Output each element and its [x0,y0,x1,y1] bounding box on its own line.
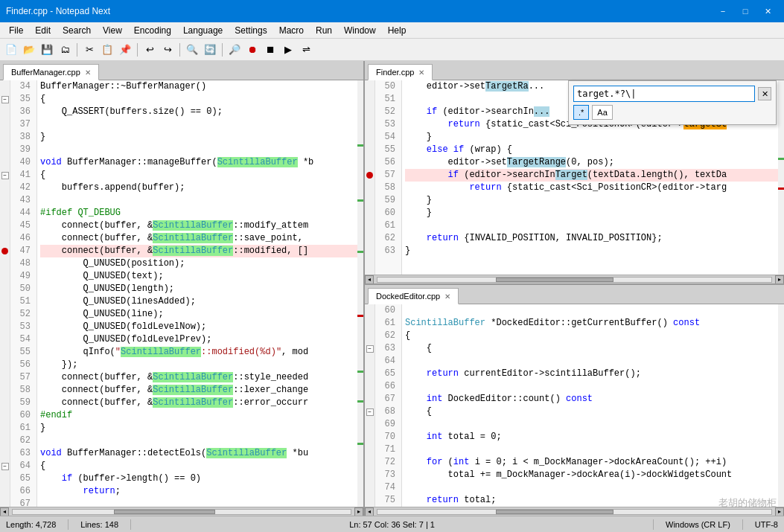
line-41: { [40,169,357,182]
line-44: #ifdef QT_DEBUG [40,207,357,219]
search-regex-button[interactable]: .* [573,105,589,120]
rt-gutter-52 [365,106,375,118]
tab-buffermanager-label: BufferManager.cpp [11,68,80,77]
gutter-62 [0,435,10,447]
menu-edit[interactable]: Edit [29,22,57,38]
menu-help[interactable]: Help [382,22,412,38]
gutter-39 [0,144,10,156]
rb-scroll-right[interactable]: ▸ [775,507,784,516]
gutter-65 [0,472,10,485]
play-button[interactable]: ▶ [280,42,296,58]
search-input[interactable] [573,86,755,102]
line-39 [40,144,357,156]
tab-dockededitor-close[interactable]: ✕ [444,292,450,301]
wrap-button[interactable]: ⇌ [298,42,314,58]
left-scroll-track[interactable] [12,509,351,515]
rt-scroll-right[interactable]: ▸ [775,275,784,284]
rb-line-61: ScintillaBuffer *DockedEditor::getCurren… [405,317,778,330]
tab-buffermanager-close[interactable]: ✕ [85,68,91,77]
rb-gutter-63: − [365,342,375,355]
redo-button[interactable]: ↪ [159,42,176,58]
menu-language[interactable]: Language [177,22,229,38]
right-bottom-code-lines[interactable]: ScintillaBuffer *DockedEditor::getCurren… [402,304,778,507]
undo-button[interactable]: ↩ [141,42,158,58]
rb-gutter-72 [365,456,375,469]
fold-35[interactable]: − [1,96,9,103]
stop-button[interactable]: ⏹ [262,42,278,58]
rb-scroll-track[interactable] [377,509,772,515]
menu-macro[interactable]: Macro [273,22,310,38]
left-scroll-indicator [357,80,363,507]
rb-fold-68[interactable]: − [366,408,374,416]
search-case-button[interactable]: Aa [592,105,612,120]
left-code-scroll[interactable]: − − [0,80,363,507]
find-button[interactable]: 🔍 [184,42,200,58]
gutter-41: − [0,169,10,182]
left-scroll-left[interactable]: ◂ [0,507,9,516]
right-top-line-numbers: 5051525354 5556575859 60616263 [375,80,402,275]
title-bar: Finder.cpp - Notepad Next − □ ✕ [0,0,784,22]
zoom-in-button[interactable]: 🔎 [226,42,243,58]
line-51: Q_UNUSED(linesAdded); [40,295,357,308]
rb-scroll-left[interactable]: ◂ [365,507,374,516]
save-file-button[interactable]: 💾 [39,42,55,58]
menu-search[interactable]: Search [57,22,97,38]
gutter-52 [0,308,10,321]
rb-scroll-thumb[interactable] [496,510,614,514]
menu-settings[interactable]: Settings [229,22,273,38]
right-bottom-h-scrollbar[interactable]: ◂ ▸ [365,507,784,516]
close-button[interactable]: ✕ [757,4,778,19]
rt-scroll-left[interactable]: ◂ [365,275,374,284]
open-file-button[interactable]: 📂 [21,42,37,58]
line-43 [40,194,357,207]
fold-41[interactable]: − [1,172,9,179]
right-bottom-code-scroll[interactable]: − − 6061626 [365,304,784,507]
line-63: void BufferManager::detectEols(Scintilla… [40,447,357,460]
menu-run[interactable]: Run [310,22,338,38]
rb-fold-63[interactable]: − [366,345,374,353]
search-clear-button[interactable]: ✕ [758,87,771,100]
rb-line-64 [405,355,778,368]
rb-gutter-65 [365,368,375,380]
left-scroll-right[interactable]: ▸ [354,507,363,516]
new-file-button[interactable]: 📄 [3,42,19,58]
paste-button[interactable]: 📌 [117,42,133,58]
tab-finder-top[interactable]: Finder.cpp ✕ [368,64,433,80]
copy-button[interactable]: 📋 [99,42,115,58]
replace-button[interactable]: 🔄 [202,42,218,58]
right-top-gutter [365,80,375,275]
left-code-lines[interactable]: BufferManager::~BufferManager() { Q_ASSE… [37,80,357,507]
rt-gutter-51 [365,93,375,106]
cut-button[interactable]: ✂ [81,42,98,58]
status-lines: Lines: 148 [80,520,118,529]
gutter-37 [0,118,10,131]
rt-line-55: else if (wrap) { [405,144,778,156]
menu-view[interactable]: View [97,22,128,38]
record-button[interactable]: ⏺ [244,42,261,58]
tab-buffermanager[interactable]: BufferManager.cpp ✕ [3,64,99,80]
scroll-mark-4 [357,371,363,373]
left-scroll-thumb[interactable] [114,510,215,514]
rt-gutter-55 [365,144,375,156]
tab-dockededitor[interactable]: DockedEditor.cpp ✕ [368,288,459,304]
rb-gutter-61 [365,317,375,330]
fold-64[interactable]: − [1,463,9,470]
menu-encoding[interactable]: Encoding [128,22,177,38]
rb-line-67: int DockedEditor::count() const [405,393,778,406]
rt-scroll-thumb[interactable] [496,278,614,282]
menu-file[interactable]: File [3,22,29,38]
tab-finder-top-label: Finder.cpp [376,68,414,77]
gutter-34 [0,80,10,93]
scroll-mark-6 [357,443,363,445]
tab-finder-top-close[interactable]: ✕ [418,68,424,77]
rt-scroll-track[interactable] [377,277,772,283]
left-h-scrollbar[interactable]: ◂ ▸ [0,507,363,516]
maximize-button[interactable]: □ [735,4,756,19]
left-code-area: − − [0,80,363,516]
rb-gutter-60 [365,304,375,317]
gutter-47 [0,245,10,257]
right-top-h-scrollbar[interactable]: ◂ ▸ [365,275,784,283]
menu-window[interactable]: Window [338,22,382,38]
minimize-button[interactable]: − [713,4,733,19]
save-all-button[interactable]: 🗂 [57,42,73,58]
